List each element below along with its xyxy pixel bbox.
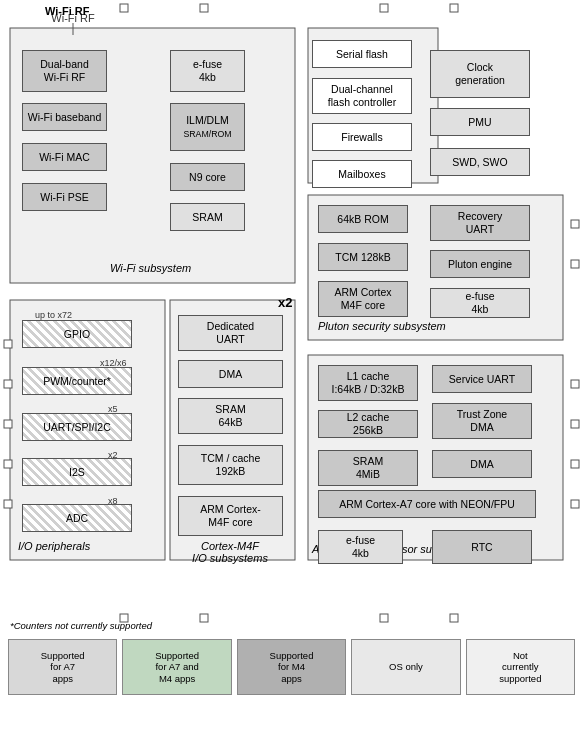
- service-uart-block: Service UART: [432, 365, 532, 393]
- dma-block: DMA: [178, 360, 283, 388]
- sram-4mib-block: SRAM4MiB: [318, 450, 418, 486]
- footnote: *Counters not currently supported: [10, 620, 152, 631]
- legend-not-supported: Notcurrentlysupported: [466, 639, 575, 695]
- clock-gen-block: Clockgeneration: [430, 50, 530, 98]
- legend: Supportedfor A7apps Supportedfor A7 andM…: [5, 636, 578, 698]
- io-peripherals-label: I/O peripherals: [18, 540, 90, 552]
- tcm-128kb-block: TCM 128kB: [318, 243, 408, 271]
- legend-a7: Supportedfor A7apps: [8, 639, 117, 695]
- mailboxes-block: Mailboxes: [312, 160, 412, 188]
- tcm-cache-text: TCM / cache192kB: [201, 452, 261, 477]
- swd-swo-block: SWD, SWO: [430, 148, 530, 176]
- arm-a7-block: ARM Cortex-A7 core with NEON/FPU: [318, 490, 536, 518]
- dedicated-uart-text: DedicatedUART: [207, 320, 254, 345]
- legend-os-only-text: OS only: [389, 661, 423, 672]
- svg-rect-19: [120, 4, 128, 12]
- legend-a7-m4-text: Supportedfor A7 andM4 apps: [155, 650, 199, 684]
- firewalls-block: Firewalls: [312, 123, 412, 151]
- rom-64kb-block: 64kB ROM: [318, 205, 408, 233]
- efuse-pluton-block: e-fuse4kb: [430, 288, 530, 318]
- svg-rect-17: [571, 460, 579, 468]
- arm-m4f-block: ARM CortexM4F core: [318, 281, 408, 317]
- adc-block: ADC: [22, 504, 132, 532]
- legend-not-supported-text: Notcurrentlysupported: [499, 650, 541, 684]
- uart-block: UART/SPI/I2C: [22, 413, 132, 441]
- wifi-baseband-block: Wi-Fi baseband: [22, 103, 107, 131]
- l2-cache-block: L2 cache256kB: [318, 410, 418, 438]
- svg-rect-14: [571, 260, 579, 268]
- wifi-rf-label: Wi-Fi RF: [45, 5, 90, 17]
- pwm-block: PWM/counter*: [22, 367, 132, 395]
- i2s-block: I2S: [22, 458, 132, 486]
- recovery-uart-text: RecoveryUART: [458, 210, 502, 235]
- wifi-pse-block: Wi-Fi PSE: [22, 183, 107, 211]
- dual-channel-text: Dual-channelflash controller: [328, 83, 396, 108]
- l2-cache-text: L2 cache256kB: [347, 411, 390, 436]
- legend-a7-m4: Supportedfor A7 andM4 apps: [122, 639, 231, 695]
- svg-rect-26: [450, 614, 458, 622]
- arm-m4f-io-block: ARM Cortex-M4F core: [178, 496, 283, 536]
- serial-flash-block: Serial flash: [312, 40, 412, 68]
- ilm-dlm-text: ILM/DLMSRAM/ROM: [183, 114, 231, 139]
- svg-rect-20: [200, 4, 208, 12]
- sram-64kb-block: SRAM64kB: [178, 398, 283, 434]
- svg-rect-18: [571, 500, 579, 508]
- svg-rect-9: [4, 380, 12, 388]
- pluton-label: Pluton security subsystem: [318, 320, 446, 332]
- l1-cache-text: L1 cacheI:64kB / D:32kB: [332, 370, 405, 395]
- dma-app-block: DMA: [432, 450, 532, 478]
- x2-label: x2: [278, 295, 292, 310]
- wifi-subsystem-label: Wi-Fi subsystem: [110, 262, 191, 274]
- arm-m4f-text: ARM CortexM4F core: [334, 286, 391, 311]
- legend-m4-text: Supportedfor M4apps: [270, 650, 314, 684]
- main-container: Wi-Fi RF Wi-Fi RF Wi-Fi subsystem Dual-b…: [0, 0, 583, 16]
- arm-m4f-io-text: ARM Cortex-M4F core: [200, 503, 261, 528]
- dedicated-uart-block: DedicatedUART: [178, 315, 283, 351]
- svg-rect-13: [571, 220, 579, 228]
- n9-core-block: N9 core: [170, 163, 245, 191]
- svg-rect-21: [380, 4, 388, 12]
- gpio-up-to: up to x72: [35, 310, 72, 320]
- legend-m4: Supportedfor M4apps: [237, 639, 346, 695]
- svg-rect-22: [450, 4, 458, 12]
- wifi-mac-block: Wi-Fi MAC: [22, 143, 107, 171]
- svg-rect-12: [4, 500, 12, 508]
- cortex-m4f-label: Cortex-M4FI/O subsystems: [175, 540, 285, 564]
- sram-64kb-text: SRAM64kB: [215, 403, 245, 428]
- l1-cache-block: L1 cacheI:64kB / D:32kB: [318, 365, 418, 401]
- clock-gen-text: Clockgeneration: [455, 61, 505, 86]
- svg-rect-16: [571, 420, 579, 428]
- gpio-block: GPIO: [22, 320, 132, 348]
- svg-rect-15: [571, 380, 579, 388]
- sram-block: SRAM: [170, 203, 245, 231]
- legend-os-only: OS only: [351, 639, 460, 695]
- svg-rect-24: [200, 614, 208, 622]
- svg-rect-8: [4, 340, 12, 348]
- svg-rect-25: [380, 614, 388, 622]
- dual-channel-block: Dual-channelflash controller: [312, 78, 412, 114]
- pmu-block: PMU: [430, 108, 530, 136]
- legend-a7-text: Supportedfor A7apps: [41, 650, 85, 684]
- svg-rect-11: [4, 460, 12, 468]
- sram-4mib-text: SRAM4MiB: [353, 455, 383, 480]
- rtc-block: RTC: [432, 530, 532, 564]
- trustzone-dma-text: Trust ZoneDMA: [457, 408, 507, 433]
- dual-band-block: Dual-bandWi-Fi RF: [22, 50, 107, 92]
- tcm-cache-block: TCM / cache192kB: [178, 445, 283, 485]
- trustzone-dma-block: Trust ZoneDMA: [432, 403, 532, 439]
- efuse-block: e-fuse4kb: [170, 50, 245, 92]
- efuse-app-block: e-fuse4kb: [318, 530, 403, 564]
- recovery-uart-block: RecoveryUART: [430, 205, 530, 241]
- pluton-engine-block: Pluton engine: [430, 250, 530, 278]
- svg-rect-10: [4, 420, 12, 428]
- ilm-dlm-block: ILM/DLMSRAM/ROM: [170, 103, 245, 151]
